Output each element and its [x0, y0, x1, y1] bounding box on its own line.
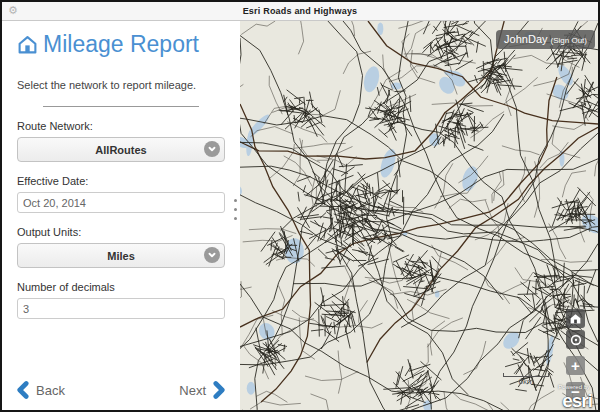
page-title-text: Mileage Report	[43, 31, 199, 58]
wizard-footer: Back Next	[2, 369, 240, 411]
home-extent-button[interactable]	[566, 309, 585, 328]
home-icon	[569, 312, 582, 325]
app-window: ⚙ Esri Roads and Highways Mileage Report…	[0, 0, 600, 412]
effective-date-input[interactable]	[17, 192, 225, 213]
home-icon	[17, 34, 38, 55]
scale-label: 6km	[503, 377, 549, 386]
plus-icon: +	[571, 358, 580, 373]
route-network-value: AllRoutes	[95, 144, 146, 156]
esri-logo: esri	[562, 390, 592, 411]
output-units-dropdown[interactable]: Miles	[17, 243, 225, 268]
esri-attribution: Powered by esri	[558, 384, 592, 410]
next-button[interactable]: Next	[179, 381, 226, 399]
effective-date-label: Effective Date:	[17, 175, 225, 187]
user-badge[interactable]: JohnDay (Sign Out)	[496, 30, 595, 49]
app-title: Esri Roads and Highways	[243, 6, 358, 16]
chevron-down-icon	[204, 141, 220, 157]
back-label: Back	[36, 383, 65, 398]
route-network-label: Route Network:	[17, 120, 225, 132]
next-label: Next	[179, 383, 206, 398]
user-name: JohnDay	[504, 33, 547, 45]
basemap-roads	[240, 21, 598, 411]
gear-icon[interactable]: ⚙	[8, 3, 18, 18]
divider	[43, 106, 199, 107]
chevron-down-icon	[204, 247, 220, 263]
decimals-input[interactable]	[17, 298, 225, 319]
route-network-dropdown[interactable]: AllRoutes	[17, 137, 225, 162]
mileage-report-panel: Mileage Report Select the network to rep…	[2, 21, 240, 411]
back-button[interactable]: Back	[16, 381, 65, 399]
panel-resize-handle[interactable]	[232, 197, 239, 222]
sign-out-link[interactable]: (Sign Out)	[551, 36, 587, 45]
instruction-text: Select the network to report mileage.	[17, 79, 225, 91]
chevron-right-icon	[213, 381, 226, 399]
locate-button[interactable]	[566, 330, 585, 349]
titlebar: ⚙ Esri Roads and Highways	[2, 2, 598, 21]
map-view[interactable]: JohnDay (Sign Out)	[240, 21, 598, 411]
output-units-label: Output Units:	[17, 226, 225, 238]
chevron-left-icon	[16, 381, 29, 399]
zoom-in-button[interactable]: +	[566, 356, 585, 375]
page-title: Mileage Report	[17, 31, 225, 58]
decimals-label: Number of decimals	[17, 281, 225, 293]
output-units-value: Miles	[107, 250, 135, 262]
locate-icon	[569, 333, 583, 347]
scale-bar: 6km	[503, 373, 549, 386]
